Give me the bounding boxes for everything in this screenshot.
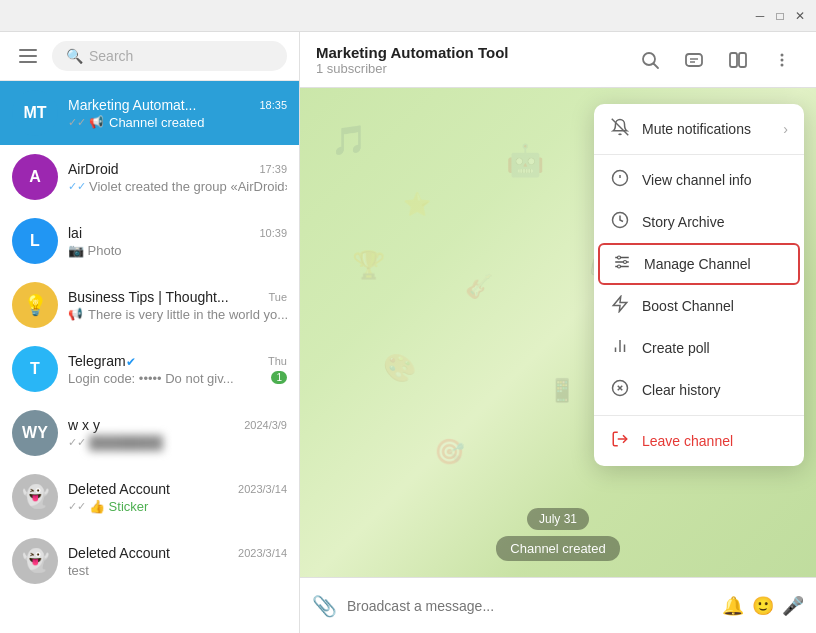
menu-item-mute[interactable]: Mute notifications › [594,108,804,150]
avatar-text: MT [23,104,46,122]
chat-time: 17:39 [259,163,287,175]
check-icon: ✓✓ [68,116,86,129]
megaphone-icon: 📢 [89,115,104,129]
check-icon: ✓✓ [68,180,86,193]
emoji-icon[interactable]: 🙂 [752,595,774,617]
menu-item-icon-manage_channel [612,253,632,275]
svg-rect-9 [739,53,746,67]
maximize-button[interactable]: □ [772,8,788,24]
reactions-button[interactable] [676,42,712,78]
chat-top: Deleted Account 2023/3/14 [68,545,287,561]
avatar-emoji: 👻 [22,548,49,574]
chat-time: Thu [268,355,287,367]
menu-item-manage_channel[interactable]: Manage Channel [598,243,800,285]
menu-divider [594,154,804,155]
chat-list: MT Marketing Automat... 18:35 ✓✓ 📢Channe… [0,81,299,633]
avatar: 👻 [12,474,58,520]
message-input[interactable] [347,598,712,614]
svg-rect-5 [686,54,702,66]
menu-item-label-leave: Leave channel [642,433,733,449]
menu-arrow-icon: › [783,121,788,137]
search-icon: 🔍 [66,48,83,64]
chat-info: Deleted Account 2023/3/14 test [68,545,287,578]
chat-time: Tue [268,291,287,303]
columns-button[interactable] [720,42,756,78]
date-bubble: July 31 [527,508,589,530]
menu-item-create_poll[interactable]: Create poll [594,327,804,369]
chat-name: Marketing Automat... [68,97,196,113]
menu-item-story_archive[interactable]: Story Archive [594,201,804,243]
chat-item-lai[interactable]: L lai 10:39 📷 Photo [0,209,299,273]
chat-info: Telegram✔ Thu Login code: ••••• Do not g… [68,353,287,386]
menu-item-label-view_info: View channel info [642,172,751,188]
svg-rect-8 [730,53,737,67]
avatar: T [12,346,58,392]
verified-icon: ✔ [126,355,136,369]
chat-info: Business Tips | Thought... Tue 📢There is… [68,289,287,322]
menu-item-icon-story_archive [610,211,630,233]
more-options-button[interactable] [764,42,800,78]
svg-rect-0 [19,49,37,51]
main-layout: 🔍 Search MT Marketing Automat... 18:35 ✓… [0,32,816,633]
chat-time: 2023/3/14 [238,483,287,495]
avatar: L [12,218,58,264]
hamburger-button[interactable] [12,40,44,72]
chat-time: 2024/3/9 [244,419,287,431]
chat-time: 10:39 [259,227,287,239]
avatar-emoji: 👻 [22,484,49,510]
input-right-actions: 🔔 🙂 🎤 [722,595,804,617]
chat-top: lai 10:39 [68,225,287,241]
chat-top: Deleted Account 2023/3/14 [68,481,287,497]
mic-icon[interactable]: 🎤 [782,595,804,617]
chat-top: Marketing Automat... 18:35 [68,97,287,113]
avatar: WY [12,410,58,456]
chat-item-marketing[interactable]: MT Marketing Automat... 18:35 ✓✓ 📢Channe… [0,81,299,145]
search-chat-button[interactable] [632,42,668,78]
chat-area: Marketing Automation Tool 1 subscriber [300,32,816,633]
bell-icon[interactable]: 🔔 [722,595,744,617]
chat-item-deleted1[interactable]: 👻 Deleted Account 2023/3/14 ✓✓ 👍 Sticker [0,465,299,529]
chat-preview: 📷 Photo [68,243,287,258]
chat-top: Telegram✔ Thu [68,353,287,369]
chat-header-info: Marketing Automation Tool 1 subscriber [316,44,620,76]
chat-info: Deleted Account 2023/3/14 ✓✓ 👍 Sticker [68,481,287,514]
chat-item-deleted2[interactable]: 👻 Deleted Account 2023/3/14 test [0,529,299,593]
chat-name: Business Tips | Thought... [68,289,229,305]
search-box[interactable]: 🔍 Search [52,41,287,71]
minimize-button[interactable]: ─ [752,8,768,24]
menu-item-label-story_archive: Story Archive [642,214,724,230]
menu-item-leave[interactable]: Leave channel [594,420,804,462]
channel-created-bubble: Channel created [496,536,619,561]
chat-preview: Login code: ••••• Do not giv... [68,371,234,386]
avatar: 👻 [12,538,58,584]
menu-item-label-create_poll: Create poll [642,340,710,356]
svg-line-28 [612,119,629,136]
svg-rect-2 [19,61,37,63]
menu-item-clear_history[interactable]: Clear history [594,369,804,411]
menu-item-label-boost: Boost Channel [642,298,734,314]
menu-item-icon-mute [610,118,630,140]
chat-item-wxy[interactable]: WY w x y 2024/3/9 ✓✓ ████████ [0,401,299,465]
chat-item-telegram[interactable]: T Telegram✔ Thu Login code: ••••• Do not… [0,337,299,401]
header-actions [632,42,800,78]
menu-item-boost[interactable]: Boost Channel [594,285,804,327]
chat-title: Marketing Automation Tool [316,44,620,61]
attach-button[interactable]: 📎 [312,594,337,618]
chat-top: AirDroid 17:39 [68,161,287,177]
chat-header: Marketing Automation Tool 1 subscriber [300,32,816,88]
avatar: 💡 [12,282,58,328]
chat-name: w x y [68,417,100,433]
avatar-text: A [29,168,41,186]
menu-divider [594,415,804,416]
avatar-emoji: 💡 [23,293,48,317]
chat-item-business[interactable]: 💡 Business Tips | Thought... Tue 📢There … [0,273,299,337]
close-button[interactable]: ✕ [792,8,808,24]
chat-name: AirDroid [68,161,119,177]
menu-item-view_info[interactable]: View channel info [594,159,804,201]
sidebar: 🔍 Search MT Marketing Automat... 18:35 ✓… [0,32,300,633]
chat-item-airdroid[interactable]: A AirDroid 17:39 ✓✓ Violet created the g… [0,145,299,209]
check-icon: ✓✓ [68,436,86,449]
menu-item-icon-view_info [610,169,630,191]
menu-item-icon-leave [610,430,630,452]
svg-marker-39 [613,297,627,312]
